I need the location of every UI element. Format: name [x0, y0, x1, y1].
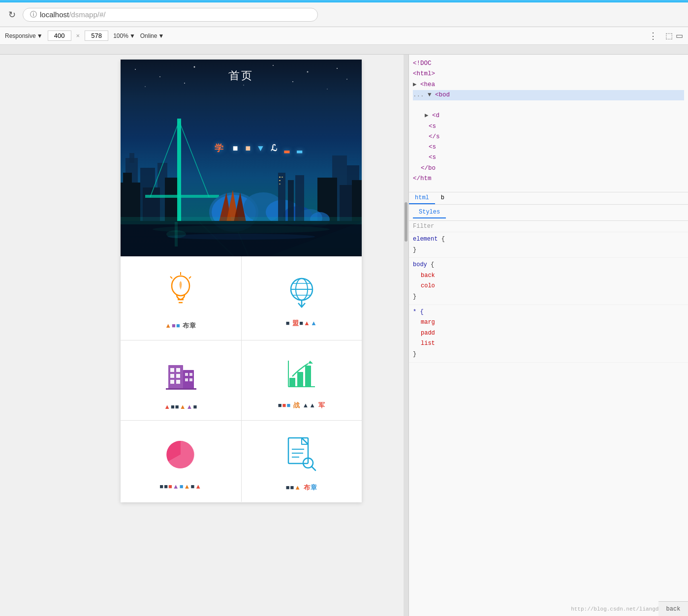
menu-item-4[interactable]: ■■■ 战 ▲▲ 军 [242, 340, 362, 420]
main-area: 首页 [0, 55, 688, 616]
menu-item-1[interactable]: ▲■■ 布章 [121, 256, 241, 340]
svg-point-54 [166, 230, 186, 238]
html-line-head: ▶ <hea [413, 81, 435, 88]
device-icon[interactable]: ▭ [676, 31, 683, 40]
svg-line-61 [170, 277, 172, 278]
svg-rect-77 [189, 373, 192, 376]
info-icon: ⓘ [30, 10, 37, 19]
html-line-s3: <s [413, 154, 436, 161]
hero-title: 首页 [121, 60, 362, 83]
phone-screen: 首页 [79, 55, 404, 616]
html-line-s2: <s [413, 144, 436, 151]
svg-rect-70 [170, 368, 174, 372]
svg-rect-80 [166, 388, 196, 390]
scrollbar[interactable] [404, 55, 408, 616]
css-prop-list: list [413, 339, 684, 349]
search-doc-icon [284, 435, 319, 477]
svg-rect-21 [143, 187, 160, 222]
styles-tab-b[interactable]: b [435, 192, 450, 204]
svg-rect-75 [176, 380, 180, 384]
menu-label-1: ▲■■ 布章 [165, 321, 196, 330]
scrollbar-thumb[interactable] [405, 202, 407, 242]
zoom-label: 100% [113, 32, 128, 39]
svg-rect-79 [189, 378, 192, 381]
cursor-icon[interactable]: ⬚ [665, 31, 673, 40]
url-path: /dsmapp/#/ [69, 10, 105, 19]
svg-rect-25 [352, 180, 362, 222]
svg-rect-46 [279, 177, 281, 178]
device-toolbar: Responsive ▼ × 100% ▼ Online ▼ ⋮ ⬚ ▭ [0, 27, 688, 45]
svg-line-93 [312, 466, 315, 470]
html-line-s1: <s [413, 123, 436, 130]
css-selector-star: * { [413, 308, 424, 315]
devtools-icon-group: ⬚ ▭ [665, 31, 683, 40]
responsive-dropdown[interactable]: Responsive ▼ [5, 32, 43, 39]
address-bar[interactable]: ⓘ localhost/dsmapp/#/ [23, 8, 318, 22]
ruler-area [0, 45, 688, 55]
width-input[interactable] [48, 31, 71, 41]
svg-rect-55 [121, 217, 362, 224]
bulb-icon [163, 271, 198, 315]
svg-rect-26 [177, 119, 181, 222]
css-selector-element: element [413, 236, 438, 243]
devtools-panel: <!DOC <html> ▶ <hea ... ▼ <bod ▶ <d <s <… [408, 55, 688, 616]
svg-point-12 [327, 89, 328, 90]
html-line-body[interactable]: ... ▼ <bod [413, 90, 684, 100]
css-prop-back: back [413, 271, 684, 281]
chart-icon [284, 356, 319, 395]
ruler-right [531, 45, 688, 54]
menu-label-5: ■■■▲■▲■▲ [159, 483, 202, 490]
svg-rect-78 [185, 378, 188, 381]
styles-tabs: html b [409, 192, 688, 205]
menu-item-6[interactable]: ■■▲ 布章 [242, 421, 362, 502]
back-button[interactable]: back [658, 601, 688, 616]
css-rule-element: element { } [409, 232, 688, 258]
html-line-s1-close: </s [413, 133, 440, 140]
network-dropdown[interactable]: Online ▼ [140, 32, 164, 39]
svg-rect-74 [170, 380, 174, 384]
devtools-html-source: <!DOC <html> ▶ <hea ... ▼ <bod ▶ <d <s <… [413, 59, 684, 184]
url-protocol: localhost [40, 10, 69, 19]
styles-filter[interactable]: Filter [409, 221, 688, 232]
zoom-dropdown[interactable]: 100% ▼ [113, 32, 135, 39]
network-chevron-icon: ▼ [158, 32, 164, 39]
menu-label-6: ■■▲ 布章 [286, 483, 317, 492]
svg-line-28 [179, 121, 209, 197]
svg-rect-44 [288, 180, 294, 222]
refresh-button[interactable]: ↻ [6, 9, 18, 21]
hero-text-overlay: 学 ■ ■ ▼ ℒ ▂ ▂ [215, 142, 303, 154]
svg-rect-49 [279, 184, 281, 185]
menu-label-2: ■ 盟■▲▲ [286, 319, 317, 328]
menu-item-3[interactable]: ▲■■▲▲■ [121, 340, 241, 420]
ruler-main [79, 45, 531, 54]
styles-tab-html[interactable]: html [409, 192, 435, 204]
menu-item-5[interactable]: ■■■▲■▲■▲ [121, 421, 241, 502]
app-container: 首页 [121, 60, 362, 502]
responsive-label: Responsive [5, 32, 36, 39]
svg-rect-82 [297, 372, 303, 387]
svg-rect-73 [176, 374, 180, 378]
left-spacer [0, 55, 79, 616]
network-label: Online [140, 32, 157, 39]
back-label: back [666, 606, 681, 613]
more-options-button[interactable]: ⋮ [649, 31, 657, 41]
svg-rect-47 [281, 177, 283, 178]
css-prop-colo: colo [413, 281, 684, 292]
svg-rect-29 [145, 195, 219, 198]
menu-item-2[interactable]: ■ 盟■▲▲ [242, 256, 362, 340]
svg-rect-71 [176, 368, 180, 372]
svg-rect-81 [289, 378, 295, 387]
svg-rect-48 [279, 180, 281, 181]
svg-marker-84 [308, 361, 313, 364]
devtools-html-panel: <!DOC <html> ▶ <hea ... ▼ <bod ▶ <d <s <… [409, 55, 688, 188]
html-line-html: <html> [413, 70, 435, 77]
height-input[interactable] [85, 31, 108, 41]
menu-label-3: ▲■■▲▲■ [164, 403, 197, 410]
svg-line-60 [189, 277, 191, 278]
styles-panel: html b Styles Filter element { } body { … [409, 192, 688, 363]
styles-tab-styles[interactable]: Styles [413, 207, 446, 218]
svg-rect-83 [305, 366, 311, 387]
html-line-body-close: </bo [413, 165, 436, 172]
svg-rect-76 [185, 373, 188, 376]
menu-label-4: ■■■ 战 ▲▲ 军 [278, 401, 325, 410]
